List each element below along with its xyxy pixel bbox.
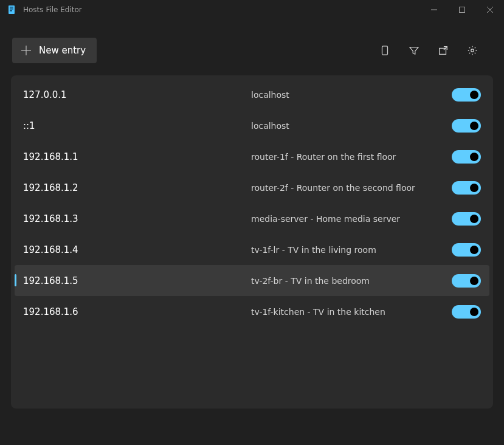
host-row[interactable]: 192.168.1.1router-1f - Router on the fir… [15, 141, 489, 172]
host-ip: 127.0.0.1 [23, 89, 251, 100]
host-ip: 192.168.1.5 [23, 275, 251, 286]
enable-toggle[interactable] [452, 150, 481, 164]
svg-rect-3 [10, 10, 12, 12]
enable-toggle[interactable] [452, 274, 481, 288]
app-icon [7, 5, 17, 15]
filter-button[interactable] [408, 44, 420, 57]
open-file-button[interactable] [437, 44, 449, 57]
svg-point-12 [471, 49, 474, 52]
host-ip: ::1 [23, 120, 251, 131]
entries-panel: 127.0.0.1localhost::1localhost192.168.1.… [11, 75, 493, 409]
close-button[interactable] [476, 0, 504, 19]
svg-rect-1 [10, 7, 13, 8]
maximize-button[interactable] [448, 0, 476, 19]
additional-lines-button[interactable] [379, 44, 391, 57]
titlebar: Hosts File Editor [0, 0, 504, 19]
host-name: localhost [251, 121, 452, 131]
enable-toggle[interactable] [452, 212, 481, 226]
enable-toggle[interactable] [452, 305, 481, 319]
host-ip: 192.168.1.1 [23, 151, 251, 162]
host-row[interactable]: 127.0.0.1localhost [15, 79, 489, 110]
minimize-button[interactable] [420, 0, 448, 19]
host-row[interactable]: 192.168.1.3media-server - Home media ser… [15, 203, 489, 234]
host-name: router-2f - Rounter on the second floor [251, 183, 452, 193]
new-entry-button[interactable]: New entry [12, 38, 97, 63]
host-ip: 192.168.1.4 [23, 244, 251, 255]
svg-rect-2 [10, 9, 13, 10]
host-row[interactable]: 192.168.1.6tv-1f-kitchen - TV in the kit… [15, 296, 489, 327]
toolbar-actions [379, 44, 478, 57]
host-ip: 192.168.1.3 [23, 213, 251, 224]
host-name: localhost [251, 90, 452, 100]
new-entry-label: New entry [39, 45, 86, 56]
plus-icon [19, 44, 33, 57]
enable-toggle[interactable] [452, 119, 481, 133]
host-row[interactable]: 192.168.1.4tv-1f-lr - TV in the living r… [15, 234, 489, 265]
host-row[interactable]: ::1localhost [15, 110, 489, 141]
host-name: router-1f - Router on the first floor [251, 152, 452, 162]
host-ip: 192.168.1.2 [23, 182, 251, 193]
host-name: tv-2f-br - TV in the bedroom [251, 276, 452, 286]
host-row[interactable]: 192.168.1.2router-2f - Rounter on the se… [15, 172, 489, 203]
toolbar: New entry [0, 19, 504, 75]
host-row[interactable]: 192.168.1.5tv-2f-br - TV in the bedroom [15, 265, 489, 296]
settings-button[interactable] [466, 44, 478, 57]
window-title: Hosts File Editor [23, 5, 420, 14]
host-name: media-server - Home media server [251, 214, 452, 224]
host-name: tv-1f-lr - TV in the living room [251, 245, 452, 255]
enable-toggle[interactable] [452, 243, 481, 257]
enable-toggle[interactable] [452, 181, 481, 195]
svg-rect-5 [460, 7, 465, 13]
window-controls [420, 0, 504, 19]
host-name: tv-1f-kitchen - TV in the kitchen [251, 307, 452, 317]
enable-toggle[interactable] [452, 88, 481, 102]
svg-rect-10 [382, 46, 388, 55]
host-ip: 192.168.1.6 [23, 306, 251, 317]
